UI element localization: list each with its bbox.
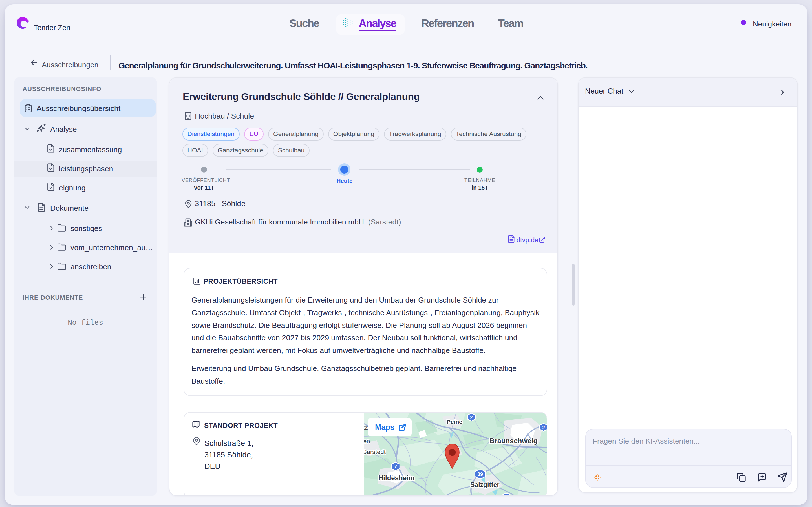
svg-text:Braunschweig: Braunschweig — [490, 437, 538, 445]
svg-text:en: en — [364, 438, 370, 445]
svg-text:Peine: Peine — [447, 418, 462, 425]
svg-text:Sarstedt: Sarstedt — [364, 448, 386, 455]
svg-text:tz: tz — [364, 424, 368, 431]
svg-text:39: 39 — [477, 471, 483, 477]
svg-text:Maps: Maps — [375, 423, 395, 432]
svg-text:2: 2 — [542, 425, 545, 431]
svg-text:36: 36 — [504, 496, 509, 496]
svg-text:2: 2 — [470, 415, 472, 420]
svg-text:Salzgitter: Salzgitter — [470, 481, 500, 489]
svg-text:Hildesheim: Hildesheim — [378, 474, 414, 482]
svg-text:7: 7 — [394, 464, 397, 469]
